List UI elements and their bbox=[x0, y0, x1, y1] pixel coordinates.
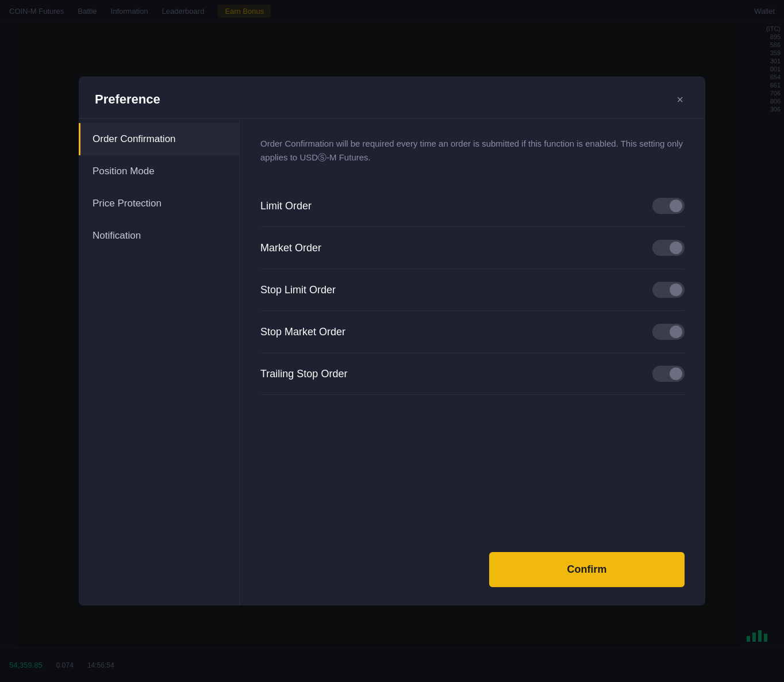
sidebar-item-price-protection[interactable]: Price Protection bbox=[79, 187, 239, 220]
toggle-thumb bbox=[670, 367, 682, 380]
stop-limit-order-toggle[interactable] bbox=[652, 282, 685, 298]
sidebar-item-notification[interactable]: Notification bbox=[79, 220, 239, 252]
trailing-stop-order-label: Trailing Stop Order bbox=[260, 368, 347, 380]
toggle-track bbox=[652, 240, 685, 256]
order-row-limit: Limit Order bbox=[260, 185, 685, 227]
toggle-thumb bbox=[670, 283, 682, 296]
toggle-track bbox=[652, 366, 685, 382]
toggle-thumb bbox=[670, 200, 682, 212]
toggle-thumb bbox=[670, 325, 682, 338]
modal-overlay: Preference × Order Confirmation Position… bbox=[0, 0, 784, 682]
confirm-area: Confirm bbox=[260, 395, 685, 587]
order-row-market: Market Order bbox=[260, 227, 685, 269]
toggle-track bbox=[652, 198, 685, 214]
market-order-toggle[interactable] bbox=[652, 240, 685, 256]
order-row-trailing-stop: Trailing Stop Order bbox=[260, 353, 685, 395]
market-order-label: Market Order bbox=[260, 242, 321, 254]
modal-title: Preference bbox=[95, 92, 160, 107]
stop-limit-order-label: Stop Limit Order bbox=[260, 284, 336, 296]
toggle-track bbox=[652, 324, 685, 340]
order-row-stop-market: Stop Market Order bbox=[260, 311, 685, 353]
preference-modal: Preference × Order Confirmation Position… bbox=[79, 76, 705, 606]
limit-order-toggle[interactable] bbox=[652, 198, 685, 214]
limit-order-label: Limit Order bbox=[260, 200, 312, 212]
stop-market-order-label: Stop Market Order bbox=[260, 326, 345, 338]
toggle-track bbox=[652, 282, 685, 298]
stop-market-order-toggle[interactable] bbox=[652, 324, 685, 340]
order-row-stop-limit: Stop Limit Order bbox=[260, 269, 685, 311]
close-button[interactable]: × bbox=[671, 90, 689, 109]
toggle-thumb bbox=[670, 242, 682, 254]
sidebar-item-order-confirmation[interactable]: Order Confirmation bbox=[79, 123, 239, 155]
modal-header: Preference × bbox=[79, 76, 705, 118]
sidebar-item-position-mode[interactable]: Position Mode bbox=[79, 155, 239, 187]
content-description: Order Confirmation will be required ever… bbox=[260, 137, 685, 164]
sidebar-nav: Order Confirmation Position Mode Price P… bbox=[79, 118, 240, 606]
content-area: Order Confirmation will be required ever… bbox=[240, 118, 705, 606]
modal-body: Order Confirmation Position Mode Price P… bbox=[79, 118, 705, 606]
trailing-stop-order-toggle[interactable] bbox=[652, 366, 685, 382]
confirm-button[interactable]: Confirm bbox=[489, 552, 685, 587]
